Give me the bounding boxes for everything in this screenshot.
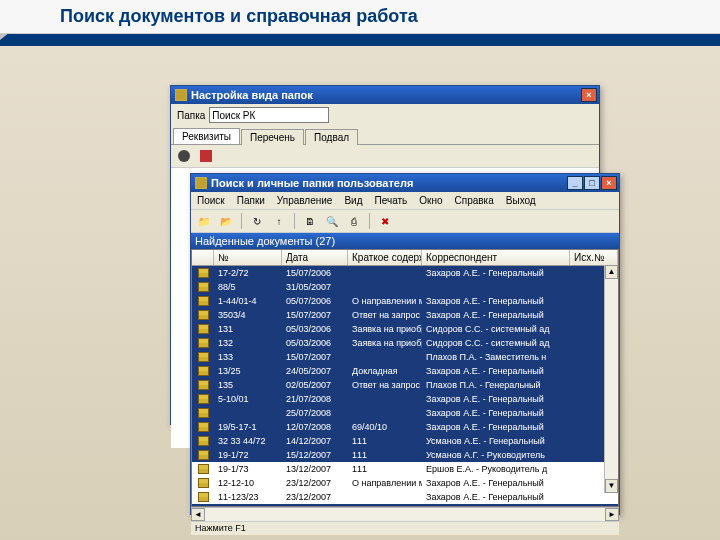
row-icon xyxy=(192,310,214,320)
table-row[interactable]: 13315/07/2007Плахов П.А. - Заместитель н xyxy=(192,350,618,364)
cell-date: 15/07/2007 xyxy=(282,310,348,320)
cell-num: 133 xyxy=(214,352,282,362)
doc-icon: 🗎 xyxy=(305,216,315,227)
window-title: Настройка вида папок xyxy=(191,89,581,101)
table-row[interactable]: 32 33 44/7214/12/2007111Усманов А.Е. - Г… xyxy=(192,434,618,448)
table-row[interactable]: 19/5-17-112/07/200869/40/10Захаров А.Е. … xyxy=(192,420,618,434)
form-row-folder: Папка xyxy=(171,104,599,126)
delete-icon: ✖ xyxy=(381,216,389,227)
find-icon: 🔍 xyxy=(326,216,338,227)
cell-num: 17-2/72 xyxy=(214,268,282,278)
table-row[interactable]: 13205/03/2006Заявка на приобретениеСидор… xyxy=(192,336,618,350)
app-icon xyxy=(195,177,207,189)
cell-date: 15/12/2007 xyxy=(282,450,348,460)
cell-num: 5-10/01 xyxy=(214,394,282,404)
doc-card-icon xyxy=(198,450,209,460)
scroll-down-icon[interactable]: ▼ xyxy=(605,479,618,493)
table-row[interactable]: 19-1/7215/12/2007111Усманов А.Г. - Руков… xyxy=(192,448,618,462)
cell-who: Плахов П.А. - Заместитель н xyxy=(422,352,570,362)
scrollbar-vertical[interactable]: ▲ ▼ xyxy=(604,265,618,493)
cell-desc: 111 xyxy=(348,464,422,474)
cell-who: Сидоров С.С. - системный ад xyxy=(422,324,570,334)
tool-refresh[interactable]: ↻ xyxy=(248,212,266,230)
cell-who: Сидоров С.С. - системный ад xyxy=(422,338,570,348)
col-ishno[interactable]: Исх.№ xyxy=(570,250,618,265)
tool-doc[interactable]: 🗎 xyxy=(301,212,319,230)
cell-desc: О направлении материалов xyxy=(348,296,422,306)
col-date[interactable]: Дата xyxy=(282,250,348,265)
table-row[interactable]: 88/531/05/2007 xyxy=(192,280,618,294)
doc-card-icon xyxy=(198,408,209,418)
close-button[interactable]: × xyxy=(601,176,617,190)
table-row[interactable]: 13502/05/2007Ответ на запросПлахов П.А. … xyxy=(192,378,618,392)
scroll-right-icon[interactable]: ► xyxy=(605,508,619,521)
minimize-button[interactable]: _ xyxy=(567,176,583,190)
tool-bullet[interactable] xyxy=(175,147,193,165)
scroll-track[interactable] xyxy=(205,508,605,521)
up-arrow-icon: ↑ xyxy=(277,216,282,227)
table-row[interactable]: 17-2/7215/07/2006Захаров А.Е. - Генераль… xyxy=(192,266,618,280)
row-icon xyxy=(192,478,214,488)
row-icon xyxy=(192,380,214,390)
cell-who: Захаров А.Е. - Генеральный xyxy=(422,296,570,306)
maximize-button[interactable]: □ xyxy=(584,176,600,190)
scroll-left-icon[interactable]: ◄ xyxy=(191,508,205,521)
menu-poisk[interactable]: Поиск xyxy=(195,194,227,207)
menu-vid[interactable]: Вид xyxy=(342,194,364,207)
tab-perechen[interactable]: Перечень xyxy=(241,129,304,145)
menu-vyhod[interactable]: Выход xyxy=(504,194,538,207)
scroll-up-icon[interactable]: ▲ xyxy=(605,265,618,279)
tool-folder-open[interactable]: 📂 xyxy=(217,212,235,230)
table-row[interactable]: 1-44/01-405/07/2006О направлении материа… xyxy=(192,294,618,308)
table-row[interactable]: 19-1/7313/12/2007111Ершов Е.А. - Руковод… xyxy=(192,462,618,476)
cell-num: 13/25 xyxy=(214,366,282,376)
cell-desc: 69/40/10 xyxy=(348,422,422,432)
cell-num: 12-12-10 xyxy=(214,478,282,488)
cell-date: 02/05/2007 xyxy=(282,380,348,390)
cell-desc: 111 xyxy=(348,450,422,460)
menu-pechat[interactable]: Печать xyxy=(373,194,410,207)
table-row[interactable]: 13105/03/2006Заявка на приобретениеСидор… xyxy=(192,322,618,336)
col-desc[interactable]: Краткое содержание xyxy=(348,250,422,265)
tool-delete[interactable]: ✖ xyxy=(376,212,394,230)
tab-rekvizity[interactable]: Реквизиты xyxy=(173,128,240,144)
cell-who: Захаров А.Е. - Генеральный xyxy=(422,492,570,502)
scroll-track[interactable] xyxy=(605,279,618,479)
tab-podval[interactable]: Подвал xyxy=(305,129,358,145)
close-button[interactable]: × xyxy=(581,88,597,102)
menu-upravlenie[interactable]: Управление xyxy=(275,194,335,207)
tool-find[interactable]: 🔍 xyxy=(323,212,341,230)
cell-num: 88/5 xyxy=(214,282,282,292)
row-icon xyxy=(192,492,214,502)
menu-bar: Поиск Папки Управление Вид Печать Окно С… xyxy=(191,192,619,210)
menu-spravka[interactable]: Справка xyxy=(453,194,496,207)
table-row[interactable]: 13/2524/05/2007ДокладнаяЗахаров А.Е. - Г… xyxy=(192,364,618,378)
col-icon[interactable] xyxy=(192,250,214,265)
list-header: № Дата Краткое содержание Корреспондент … xyxy=(192,250,618,266)
scrollbar-horizontal[interactable]: ◄ ► xyxy=(191,507,619,521)
table-row[interactable]: 11-123/2323/12/2007Захаров А.Е. - Генера… xyxy=(192,490,618,504)
tool-color[interactable] xyxy=(197,147,215,165)
titlebar-folder-settings[interactable]: Настройка вида папок × xyxy=(171,86,599,104)
menu-papki[interactable]: Папки xyxy=(235,194,267,207)
tool-print[interactable]: ⎙ xyxy=(345,212,363,230)
menu-okno[interactable]: Окно xyxy=(417,194,444,207)
tool-folder[interactable]: 📁 xyxy=(195,212,213,230)
table-row[interactable]: 12-12-1023/12/2007О направлении материал… xyxy=(192,476,618,490)
cell-who: Захаров А.Е. - Генеральный xyxy=(422,478,570,488)
titlebar-search[interactable]: Поиск и личные папки пользователя _ □ × xyxy=(191,174,619,192)
table-row[interactable]: 5-10/0121/07/2008Захаров А.Е. - Генераль… xyxy=(192,392,618,406)
results-list: № Дата Краткое содержание Корреспондент … xyxy=(191,249,619,507)
cell-date: 31/05/2007 xyxy=(282,282,348,292)
table-row[interactable]: 3503/415/07/2007Ответ на запрос из Минсв… xyxy=(192,308,618,322)
doc-card-icon xyxy=(198,380,209,390)
cell-num: 135 xyxy=(214,380,282,390)
col-who[interactable]: Корреспондент xyxy=(422,250,570,265)
folder-open-icon: 📂 xyxy=(220,216,232,227)
cell-who: Захаров А.Е. - Генеральный xyxy=(422,408,570,418)
table-row[interactable]: 25/07/2008Захаров А.Е. - Генеральный xyxy=(192,406,618,420)
cell-num: 19/5-17-1 xyxy=(214,422,282,432)
tool-up[interactable]: ↑ xyxy=(270,212,288,230)
col-num[interactable]: № xyxy=(214,250,282,265)
folder-input[interactable] xyxy=(209,107,329,123)
